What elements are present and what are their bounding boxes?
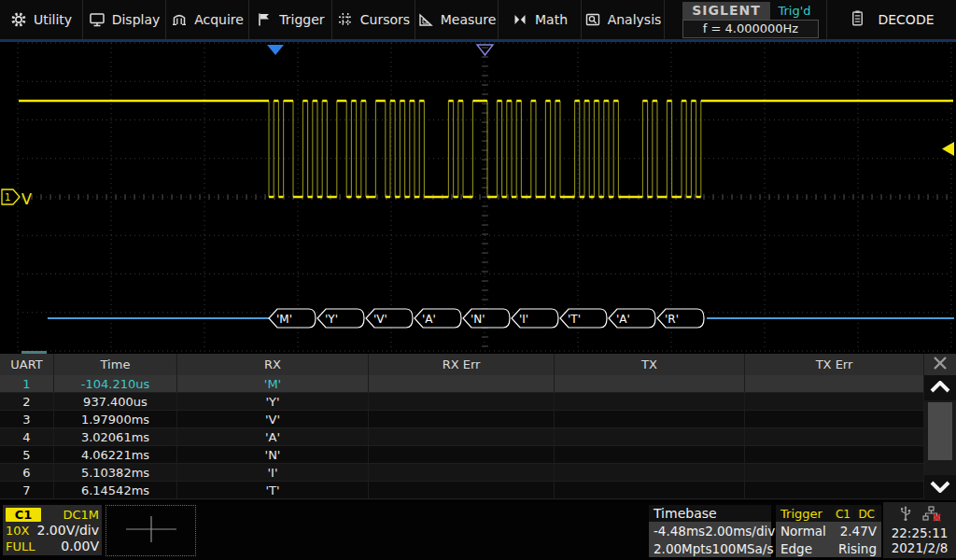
clock-panel: 22:25:11 2021/2/8 <box>883 502 956 558</box>
math-icon <box>512 11 528 28</box>
menu-item-display[interactable]: Display <box>83 0 166 39</box>
table-close-button[interactable] <box>924 354 956 375</box>
table-header-row: UARTTimeRXRX ErrTXTX Err <box>0 354 924 375</box>
table-cell: -104.210us <box>54 375 177 392</box>
menu-item-analysis[interactable]: Analysis <box>582 0 665 39</box>
table-cell <box>369 375 555 392</box>
menu-item-label: Measure <box>441 12 497 27</box>
timebase-panel[interactable]: Timebase -4.48ms 2.00ms/div 2.00Mpts 100… <box>649 505 771 557</box>
clock-date: 2021/2/8 <box>892 540 949 555</box>
scrollbar-track[interactable] <box>924 400 956 475</box>
menu-bar: UtilityDisplayAcquireTriggerCursorsMeasu… <box>0 0 956 42</box>
table-cell: 1 <box>0 375 54 392</box>
scroll-up-button[interactable] <box>924 375 956 400</box>
waveform-display[interactable]: 1 V 'M' 'Y' 'V' 'A' 'N' <box>0 42 956 352</box>
table-cell <box>555 375 745 392</box>
column-header-time: Time <box>54 354 177 375</box>
trigger-slope: Rising <box>838 541 877 556</box>
menu-item-cursors[interactable]: Cursors <box>332 0 415 39</box>
table-cell <box>555 411 745 427</box>
timebase-delay: -4.48ms <box>654 524 705 539</box>
oscilloscope-screen: UtilityDisplayAcquireTriggerCursorsMeasu… <box>0 0 956 560</box>
channel-badge[interactable]: C1 <box>6 508 41 522</box>
lan-disconnected-icon <box>922 505 941 525</box>
trigger-delay-marker[interactable] <box>267 45 284 55</box>
table-cell: 'N' <box>177 446 369 463</box>
channel-1-panel[interactable]: C1 DC1M 10X 2.00V/div FULL 0.00V <box>3 505 102 555</box>
clipboard-icon <box>849 9 866 27</box>
tab-decode[interactable]: DECODE <box>826 0 956 39</box>
decode-bubble: 'I' <box>512 309 558 328</box>
table-row[interactable]: 54.06221ms'N' <box>0 446 924 464</box>
clipboard-icon <box>849 9 866 30</box>
column-header-rx: RX <box>177 354 369 375</box>
table-cell: 5.10382ms <box>54 464 177 481</box>
close-icon <box>932 355 949 375</box>
menu-item-trigger[interactable]: Trigger <box>249 0 332 39</box>
table-row[interactable]: 31.97900ms'V' <box>0 411 924 428</box>
table-cell: 5 <box>0 446 54 463</box>
trigger-position-marker[interactable] <box>477 45 493 55</box>
column-header-rx-err: RX Err <box>369 354 555 375</box>
gear-icon <box>10 11 27 28</box>
table-cell: 'Y' <box>177 393 369 410</box>
channel-bandwidth: FULL <box>6 539 35 553</box>
column-header-tx: TX <box>555 354 745 375</box>
menu-item-measure[interactable]: Measure <box>415 0 499 39</box>
trigger-panel[interactable]: Trigger C1 DC Normal 2.47V Edge Rising <box>776 505 881 557</box>
table-cell: 937.400us <box>54 393 177 410</box>
channel-offset-marker[interactable]: 1 V <box>2 189 32 208</box>
table-cell <box>369 411 555 427</box>
table-row[interactable]: 1-104.210us'M' <box>0 375 924 393</box>
crosshair-icon <box>122 514 180 548</box>
table-cell: 4.06221ms <box>54 446 177 463</box>
scroll-down-button[interactable] <box>924 475 956 500</box>
menu-item-label: Acquire <box>194 12 244 27</box>
usb-icon <box>898 505 913 525</box>
table-cell <box>555 393 745 410</box>
timebase-title: Timebase <box>654 506 717 521</box>
table-cell <box>555 428 745 445</box>
menu-item-label: Analysis <box>608 12 662 27</box>
table-cell: 'A' <box>177 428 369 445</box>
table-cell: 'V' <box>177 411 369 427</box>
display-icon <box>89 11 105 28</box>
table-cell: 2 <box>0 393 54 410</box>
svg-text:'I': 'I' <box>519 313 528 326</box>
menu-item-math[interactable]: Math <box>499 0 582 39</box>
menu-item-utility[interactable]: Utility <box>0 0 83 39</box>
add-channel-slot[interactable] <box>105 505 196 556</box>
svg-text:'V': 'V' <box>373 313 387 326</box>
table-row[interactable]: 65.10382ms'I' <box>0 464 924 482</box>
svg-text:'N': 'N' <box>471 313 485 326</box>
table-row[interactable]: 2937.400us'Y' <box>0 393 924 411</box>
svg-text:'T': 'T' <box>568 313 581 326</box>
trigger-status-badge: Trig'd <box>770 2 819 20</box>
decode-bubble: 'V' <box>366 309 413 328</box>
table-cell <box>745 446 924 463</box>
table-cell <box>555 446 745 463</box>
table-cell <box>369 393 555 410</box>
table-cell <box>745 375 924 392</box>
trigger-level-marker[interactable] <box>942 142 954 156</box>
trigger-level: 2.47V <box>840 524 877 539</box>
table-cell <box>555 482 745 498</box>
svg-text:'M': 'M' <box>276 313 292 326</box>
scrollbar-thumb[interactable] <box>928 402 952 460</box>
acquire-icon <box>171 11 188 28</box>
table-cell: 'T' <box>177 482 369 498</box>
column-header-tx-err: TX Err <box>745 354 924 375</box>
channel-scale: 2.00V/div <box>36 523 99 538</box>
table-cell: 3 <box>0 411 54 427</box>
decode-table-columns: UARTTimeRXRX ErrTXTX Err1-104.210us'M'29… <box>0 354 924 500</box>
table-cell <box>745 393 924 410</box>
menu-item-acquire[interactable]: Acquire <box>166 0 249 39</box>
svg-text:1: 1 <box>5 192 10 203</box>
analysis-icon <box>584 11 601 28</box>
table-row[interactable]: 76.14542ms'T' <box>0 482 924 499</box>
decode-event-table: UARTTimeRXRX ErrTXTX Err1-104.210us'M'29… <box>0 354 956 500</box>
table-row[interactable]: 43.02061ms'A' <box>0 428 924 446</box>
menu-item-label: Trigger <box>279 12 324 27</box>
table-cell <box>555 464 745 481</box>
table-cell: 6 <box>0 464 54 481</box>
